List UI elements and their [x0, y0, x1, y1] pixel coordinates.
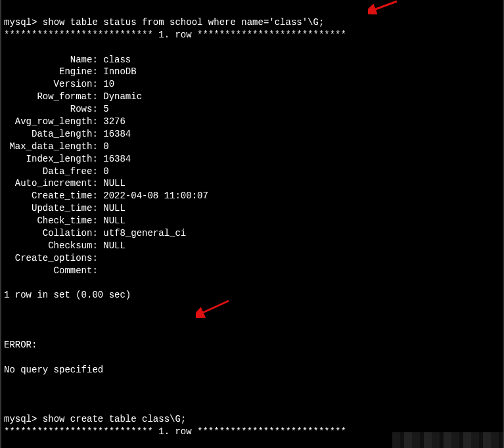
- status-row: Collation: utf8_general_ci: [4, 227, 500, 240]
- blank-line-2: [4, 389, 500, 401]
- status-row: Name: class: [4, 54, 500, 66]
- status-row: Data_length: 16384: [4, 128, 500, 141]
- status-row: Max_data_length: 0: [4, 141, 500, 153]
- error-label: ERROR:: [4, 339, 500, 351]
- status-row: Checksum: NULL: [4, 240, 500, 252]
- prompt-2: mysql> show create table class\G;: [4, 414, 186, 424]
- table-status-block: Name: class Engine: InnoDB Version: 10 R…: [4, 54, 500, 277]
- status-row: Update_time: NULL: [4, 202, 500, 215]
- terminal-output[interactable]: mysql> show table status from school whe…: [0, 0, 504, 448]
- footer-artifact: [392, 432, 504, 448]
- window-border-left: [0, 0, 1, 448]
- status-row: Version: 10: [4, 78, 500, 91]
- query-1: show table status from school where name…: [43, 17, 324, 28]
- status-row: Create_time: 2022-04-08 11:00:07: [4, 190, 500, 202]
- status-row: Engine: InnoDB: [4, 66, 500, 78]
- status-row: Comment:: [4, 265, 500, 277]
- status-row: Check_time: NULL: [4, 215, 500, 227]
- status-row: Auto_increment: NULL: [4, 177, 500, 190]
- status-row: Index_length: 16384: [4, 153, 500, 166]
- status-row: Avg_row_length: 3276: [4, 116, 500, 128]
- status-row: Row_format: Dynamic: [4, 91, 500, 103]
- row-header-1: *************************** 1. row *****…: [4, 29, 500, 41]
- blank-line-1: [4, 314, 500, 326]
- status-row: Create_options:: [4, 252, 500, 265]
- prompt-1: mysql> show table status from school whe…: [4, 17, 324, 28]
- result-1: 1 row in set (0.00 sec): [4, 289, 500, 302]
- query-2: show create table class\G;: [43, 414, 186, 424]
- status-row: Data_free: 0: [4, 166, 500, 178]
- status-row: Rows: 5: [4, 103, 500, 116]
- error-message: No query specified: [4, 364, 500, 376]
